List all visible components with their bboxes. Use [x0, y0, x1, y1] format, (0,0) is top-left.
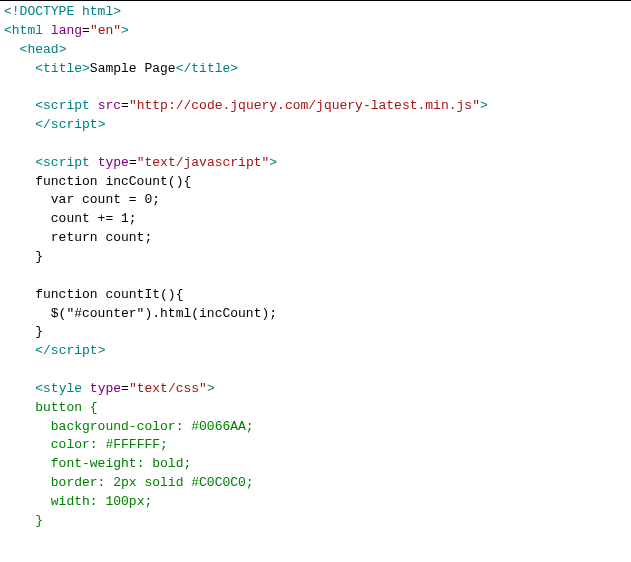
code-token	[4, 456, 51, 471]
code-token	[4, 155, 35, 170]
code-token: }	[35, 513, 43, 528]
code-token: >	[480, 98, 488, 113]
code-token: html	[12, 23, 43, 38]
code-token	[43, 23, 51, 38]
code-token: type	[90, 381, 121, 396]
code-line: count += 1;	[4, 211, 137, 226]
code-token: font-weight: bold;	[51, 456, 191, 471]
code-token: script	[43, 98, 90, 113]
code-line: <script src="http://code.jquery.com/jque…	[4, 98, 488, 113]
code-token	[4, 42, 20, 57]
code-line: function countIt(){	[4, 287, 183, 302]
code-token: var count = 0;	[4, 192, 160, 207]
code-token	[4, 475, 51, 490]
code-token: return count;	[4, 230, 152, 245]
code-token: function countIt(){	[4, 287, 183, 302]
code-line: <html lang="en">	[4, 23, 129, 38]
code-token: head	[27, 42, 58, 57]
code-token	[4, 437, 51, 452]
code-line: font-weight: bold;	[4, 456, 191, 471]
code-token: }	[4, 324, 43, 339]
code-token: Sample Page	[90, 61, 176, 76]
code-token: color: #FFFFFF;	[51, 437, 168, 452]
code-token	[4, 343, 35, 358]
code-token: script	[51, 117, 98, 132]
code-token: src	[98, 98, 121, 113]
code-token: =	[121, 98, 129, 113]
code-token	[82, 381, 90, 396]
code-token: =	[129, 155, 137, 170]
code-token: "text/javascript"	[137, 155, 270, 170]
code-token: function incCount(){	[4, 174, 191, 189]
code-token	[4, 117, 35, 132]
code-token	[4, 513, 35, 528]
code-token: =	[121, 381, 129, 396]
code-token: =	[82, 23, 90, 38]
code-token: <	[35, 155, 43, 170]
code-token: >	[230, 61, 238, 76]
code-listing: <!DOCTYPE html> <html lang="en"> <head> …	[0, 0, 631, 531]
code-token: count += 1;	[4, 211, 137, 226]
code-token: >	[59, 42, 67, 57]
code-token: >	[98, 343, 106, 358]
code-line: }	[4, 324, 43, 339]
code-token: </	[35, 343, 51, 358]
code-token: <!	[4, 4, 20, 19]
code-token: <	[4, 23, 12, 38]
code-line: $("#counter").html(incCount);	[4, 306, 277, 321]
code-token: <	[35, 61, 43, 76]
code-line: function incCount(){	[4, 174, 191, 189]
code-token: $("#counter").html(incCount);	[4, 306, 277, 321]
code-line: <script type="text/javascript">	[4, 155, 277, 170]
code-line: <!DOCTYPE html>	[4, 4, 121, 19]
code-line: return count;	[4, 230, 152, 245]
code-token: button {	[35, 400, 97, 415]
code-token: title	[191, 61, 230, 76]
code-line: }	[4, 249, 43, 264]
code-line: border: 2px solid #C0C0C0;	[4, 475, 254, 490]
code-line: button {	[4, 400, 98, 415]
code-token: "text/css"	[129, 381, 207, 396]
code-token: width: 100px;	[51, 494, 152, 509]
code-token: }	[4, 249, 43, 264]
code-line: </script>	[4, 117, 105, 132]
code-token: <	[35, 381, 43, 396]
code-block: <!DOCTYPE html> <html lang="en"> <head> …	[0, 3, 631, 531]
code-token: border: 2px solid #C0C0C0;	[51, 475, 254, 490]
code-token: >	[98, 117, 106, 132]
code-token: script	[43, 155, 90, 170]
code-token: title	[43, 61, 82, 76]
code-token	[4, 400, 35, 415]
code-token: >	[113, 4, 121, 19]
code-line: }	[4, 513, 43, 528]
code-token	[4, 98, 35, 113]
code-line: </script>	[4, 343, 105, 358]
code-token: "http://code.jquery.com/jquery-latest.mi…	[129, 98, 480, 113]
code-token	[4, 61, 35, 76]
code-line: <head>	[4, 42, 66, 57]
code-token	[4, 381, 35, 396]
code-token: DOCTYPE html	[20, 4, 114, 19]
code-token	[90, 98, 98, 113]
code-line	[4, 136, 12, 151]
code-token	[4, 494, 51, 509]
code-line	[4, 268, 12, 283]
code-line	[4, 362, 12, 377]
code-token: >	[207, 381, 215, 396]
code-token: background-color: #0066AA;	[51, 419, 254, 434]
code-line: var count = 0;	[4, 192, 160, 207]
code-token: script	[51, 343, 98, 358]
code-line: width: 100px;	[4, 494, 152, 509]
code-token: style	[43, 381, 82, 396]
code-line: background-color: #0066AA;	[4, 419, 254, 434]
code-token: <	[35, 98, 43, 113]
code-line	[4, 79, 12, 94]
code-line: color: #FFFFFF;	[4, 437, 168, 452]
code-line: <style type="text/css">	[4, 381, 215, 396]
code-token: lang	[51, 23, 82, 38]
code-line: <title>Sample Page</title>	[4, 61, 238, 76]
code-token	[4, 419, 51, 434]
code-token: >	[121, 23, 129, 38]
code-token	[90, 155, 98, 170]
code-token: "en"	[90, 23, 121, 38]
